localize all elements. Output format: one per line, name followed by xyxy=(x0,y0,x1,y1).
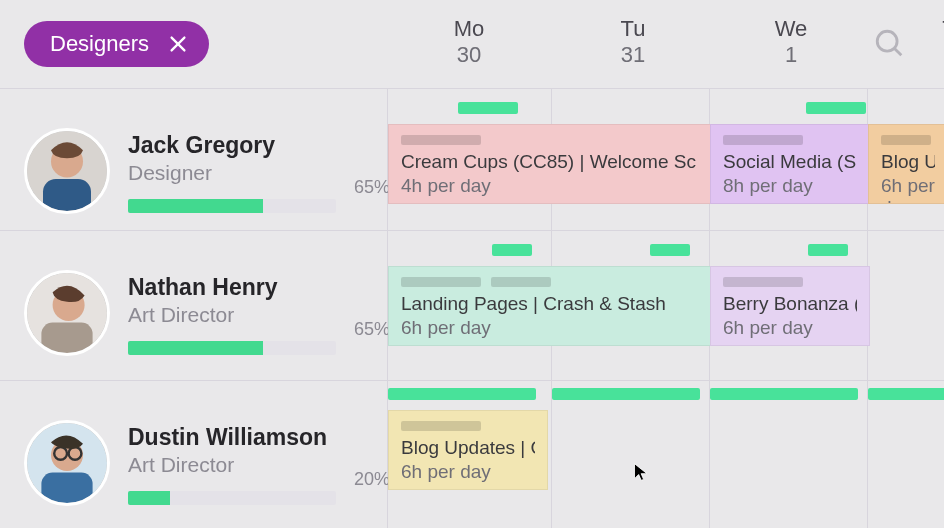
availability-bar xyxy=(806,102,866,114)
day-header[interactable]: We 1 xyxy=(710,16,872,68)
utilization-label: 20% xyxy=(354,469,390,490)
daynum-label: 30 xyxy=(388,42,550,68)
schedule-row: Nathan Henry Art Director 65% Landing Pa… xyxy=(0,230,944,380)
task-handle xyxy=(401,135,481,145)
task-hours: 6h per day xyxy=(401,461,535,483)
daynum-label: 2 xyxy=(868,42,944,68)
task-handle xyxy=(881,135,931,145)
filter-pill[interactable]: Designers xyxy=(24,21,209,67)
schedule-app: Designers Mo 30 Tu 31 We 1 T 2 xyxy=(0,0,944,528)
person-info: Dustin Williamson Art Director 20% xyxy=(128,420,364,505)
availability-bar xyxy=(710,388,858,400)
schedule-row: Jack Gregory Designer 65% Cream Cups (CC… xyxy=(0,88,944,230)
filter-label: Designers xyxy=(50,31,149,57)
schedule-row: Dustin Williamson Art Director 20% Blog … xyxy=(0,380,944,528)
utilization: 20% xyxy=(128,491,336,505)
availability-bar xyxy=(868,388,944,400)
utilization-label: 65% xyxy=(354,319,390,340)
task-hours: 6h per day xyxy=(401,317,699,339)
availability-bar xyxy=(650,244,690,256)
person-name: Nathan Henry xyxy=(128,274,364,301)
svg-rect-11 xyxy=(41,323,92,356)
row-divider xyxy=(0,230,944,231)
task-card[interactable]: Blog Upd 6h per day xyxy=(868,124,944,204)
svg-rect-18 xyxy=(41,473,92,506)
person-info: Jack Gregory Designer 65% xyxy=(128,128,364,213)
weekday-label: We xyxy=(710,16,872,42)
utilization-label: 65% xyxy=(354,177,390,198)
task-handle xyxy=(401,277,481,287)
task-title: Cream Cups (CC85) | Welcome Sc xyxy=(401,151,699,173)
close-icon[interactable] xyxy=(167,33,189,55)
availability-bar xyxy=(552,388,700,400)
availability-bar xyxy=(492,244,532,256)
utilization: 65% xyxy=(128,341,336,355)
day-header[interactable]: Tu 31 xyxy=(552,16,714,68)
person-info: Nathan Henry Art Director 65% xyxy=(128,270,364,355)
task-hours: 8h per day xyxy=(723,175,857,197)
utilization: 65% xyxy=(128,199,336,213)
task-card[interactable]: Blog Updates | C 6h per day xyxy=(388,410,548,490)
avatar xyxy=(24,128,110,214)
task-title: Landing Pages | Crash & Stash xyxy=(401,293,699,315)
task-handle xyxy=(723,277,803,287)
person-cell[interactable]: Nathan Henry Art Director 65% xyxy=(24,270,364,356)
row-divider xyxy=(0,380,944,381)
task-hours: 6h per day xyxy=(723,317,857,339)
day-header[interactable]: Mo 30 xyxy=(388,16,550,68)
daynum-label: 31 xyxy=(552,42,714,68)
availability-bar xyxy=(458,102,518,114)
person-role: Art Director xyxy=(128,453,364,477)
task-title: Social Media (SM xyxy=(723,151,857,173)
task-handle xyxy=(723,135,803,145)
task-hours: 6h per day xyxy=(881,175,935,204)
person-role: Art Director xyxy=(128,303,364,327)
avatar xyxy=(24,420,110,506)
task-card[interactable]: Landing Pages | Crash & Stash 6h per day xyxy=(388,266,712,346)
task-title: Blog Upd xyxy=(881,151,935,173)
person-name: Dustin Williamson xyxy=(128,424,364,451)
task-card[interactable]: Berry Bonanza (F 6h per day xyxy=(710,266,870,346)
task-handle xyxy=(491,277,551,287)
day-header[interactable]: T 2 xyxy=(868,16,944,68)
weekday-label: Tu xyxy=(552,16,714,42)
svg-rect-7 xyxy=(43,179,91,214)
task-title: Blog Updates | C xyxy=(401,437,535,459)
task-hours: 4h per day xyxy=(401,175,699,197)
task-card[interactable]: Cream Cups (CC85) | Welcome Sc 4h per da… xyxy=(388,124,712,204)
weekday-label: Mo xyxy=(388,16,550,42)
availability-bar xyxy=(808,244,848,256)
weekday-label: T xyxy=(868,16,944,42)
person-name: Jack Gregory xyxy=(128,132,364,159)
person-role: Designer xyxy=(128,161,364,185)
daynum-label: 1 xyxy=(710,42,872,68)
person-cell[interactable]: Dustin Williamson Art Director 20% xyxy=(24,420,364,506)
person-cell[interactable]: Jack Gregory Designer 65% xyxy=(24,128,364,214)
task-handle xyxy=(401,421,481,431)
row-divider xyxy=(0,88,944,89)
task-title: Berry Bonanza (F xyxy=(723,293,857,315)
task-card[interactable]: Social Media (SM 8h per day xyxy=(710,124,870,204)
availability-bar xyxy=(388,388,536,400)
avatar xyxy=(24,270,110,356)
